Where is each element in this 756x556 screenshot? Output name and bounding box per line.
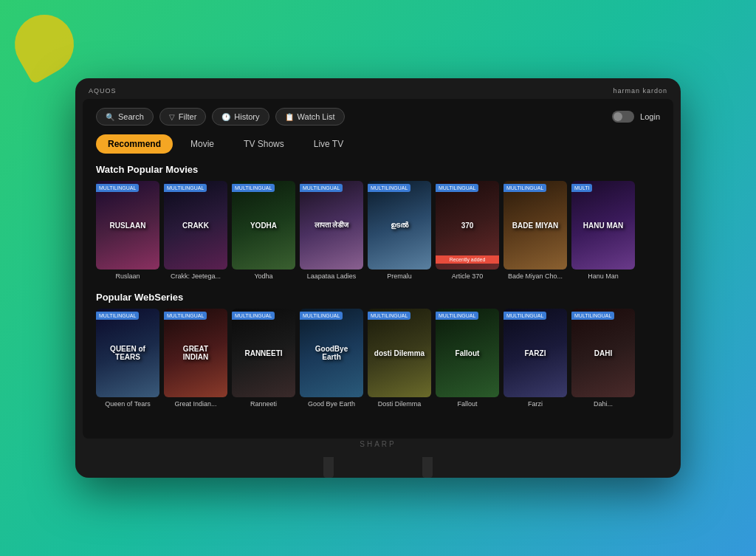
nav-bar: 🔍 Search ▽ Filter 🕐 History 📋 Watch List… bbox=[96, 108, 660, 126]
movie-poster: RUSLAAN MULTILINGUAL bbox=[96, 181, 159, 270]
movie-card[interactable]: YODHA MULTILINGUAL Yodha bbox=[232, 181, 295, 280]
movie-card[interactable]: 370 MULTILINGUAL Recently added Article … bbox=[436, 181, 499, 280]
tv-brand-sharp: SHARP bbox=[83, 439, 673, 453]
movie-title: Ruslaan bbox=[96, 272, 159, 280]
filter-button[interactable]: ▽ Filter bbox=[159, 108, 206, 126]
movie-title: Article 370 bbox=[436, 272, 499, 280]
movie-card[interactable]: BADE MIYAN MULTILINGUAL Bade Miyan Cho..… bbox=[504, 181, 567, 280]
series-multilingual-badge: MULTILINGUAL bbox=[436, 312, 478, 320]
history-button[interactable]: 🕐 History bbox=[212, 108, 269, 126]
tab-livetv[interactable]: Live TV bbox=[302, 134, 355, 154]
popular-webseries-row: QUEEN of TEARS MULTILINGUAL Queen of Tea… bbox=[96, 309, 660, 408]
movie-title: Premalu bbox=[368, 272, 431, 280]
movie-card[interactable]: RUSLAAN MULTILINGUAL Ruslaan bbox=[96, 181, 159, 280]
series-card[interactable]: QUEEN of TEARS MULTILINGUAL Queen of Tea… bbox=[96, 309, 159, 408]
movie-poster: 370 MULTILINGUAL Recently added bbox=[436, 181, 499, 270]
tv-brand-bar: AQUOS harman kardon bbox=[83, 86, 673, 96]
series-poster: DAHI MULTILINGUAL bbox=[571, 309, 635, 397]
stand-leg-left bbox=[323, 457, 334, 478]
series-card[interactable]: dosti Dilemma MULTILINGUAL Dosti Dilemma bbox=[368, 309, 431, 408]
movie-poster: लापता लेडीज MULTILINGUAL bbox=[300, 181, 363, 270]
series-title: Good Bye Earth bbox=[300, 400, 363, 408]
tv-screen: 🔍 Search ▽ Filter 🕐 History 📋 Watch List… bbox=[83, 99, 673, 439]
toggle-switch[interactable] bbox=[612, 111, 634, 123]
login-area: Login bbox=[612, 111, 660, 123]
search-button[interactable]: 🔍 Search bbox=[96, 108, 154, 126]
movie-card[interactable]: ഉടൽ MULTILINGUAL Premalu bbox=[368, 181, 431, 280]
movie-poster: BADE MIYAN MULTILINGUAL bbox=[504, 181, 567, 270]
multilingual-badge: MULTILINGUAL bbox=[232, 184, 275, 192]
series-title: Farzi bbox=[504, 400, 567, 408]
series-title: Ranneeti bbox=[232, 400, 295, 408]
series-poster: GREAT INDIAN MULTILINGUAL bbox=[164, 309, 227, 397]
watchlist-icon: 📋 bbox=[285, 113, 294, 121]
login-button[interactable]: Login bbox=[640, 112, 660, 121]
tv-brand-aquos: AQUOS bbox=[89, 87, 117, 95]
history-icon: 🕐 bbox=[221, 113, 230, 121]
series-card[interactable]: Fallout MULTILINGUAL Fallout bbox=[436, 309, 499, 408]
series-title: Great Indian... bbox=[164, 400, 227, 408]
bg-decoration bbox=[4, 4, 84, 84]
filter-icon: ▽ bbox=[169, 113, 175, 121]
series-poster: dosti Dilemma MULTILINGUAL bbox=[368, 309, 431, 397]
movie-poster: CRAKK MULTILINGUAL bbox=[164, 181, 227, 270]
poster-text: लापता लेडीज bbox=[300, 181, 363, 270]
movie-title: Bade Miyan Cho... bbox=[504, 272, 567, 280]
category-tabs: Recommend Movie TV Shows Live TV bbox=[96, 134, 660, 154]
tv-brand-harman: harman kardon bbox=[613, 87, 667, 95]
series-multilingual-badge: MULTILINGUAL bbox=[571, 312, 614, 320]
popular-movies-row: RUSLAAN MULTILINGUAL Ruslaan CRAKK MULTI… bbox=[96, 181, 660, 280]
series-poster-text: DAHI bbox=[571, 309, 635, 397]
poster-text: CRAKK bbox=[164, 181, 227, 270]
multilingual-badge: MULTILINGUAL bbox=[504, 184, 546, 192]
movie-card[interactable]: लापता लेडीज MULTILINGUAL Laapataa Ladies bbox=[300, 181, 363, 280]
movie-card[interactable]: CRAKK MULTILINGUAL Crakk: Jeetega... bbox=[164, 181, 227, 280]
series-title: Dahi... bbox=[571, 400, 635, 408]
series-poster-text: Fallout bbox=[436, 309, 499, 397]
series-multilingual-badge: MULTILINGUAL bbox=[300, 312, 343, 320]
poster-text: YODHA bbox=[232, 181, 295, 270]
movie-card[interactable]: HANU MAN MULTI Hanu Man bbox=[571, 181, 635, 280]
series-title: Fallout bbox=[436, 400, 499, 408]
series-poster-text: GoodBye Earth bbox=[300, 309, 363, 397]
stand-leg-right bbox=[422, 457, 433, 478]
watchlist-button[interactable]: 📋 Watch List bbox=[275, 108, 345, 126]
tab-movie[interactable]: Movie bbox=[179, 134, 226, 154]
series-card[interactable]: FARZI MULTILINGUAL Farzi bbox=[504, 309, 567, 408]
series-card[interactable]: GREAT INDIAN MULTILINGUAL Great Indian..… bbox=[164, 309, 227, 408]
tab-tvshows[interactable]: TV Shows bbox=[232, 134, 296, 154]
movie-title: Laapataa Ladies bbox=[300, 272, 363, 280]
series-poster-text: QUEEN of TEARS bbox=[96, 309, 159, 397]
multilingual-badge: MULTILINGUAL bbox=[300, 184, 343, 192]
tv-stand bbox=[83, 456, 673, 478]
series-title: Dosti Dilemma bbox=[368, 400, 431, 408]
popular-movies-title: Watch Popular Movies bbox=[96, 164, 660, 175]
recently-added-badge: Recently added bbox=[436, 255, 499, 264]
series-poster: Fallout MULTILINGUAL bbox=[436, 309, 499, 397]
movie-title: Hanu Man bbox=[571, 272, 635, 280]
series-poster-text: GREAT INDIAN bbox=[164, 309, 227, 397]
series-multilingual-badge: MULTILINGUAL bbox=[164, 312, 207, 320]
series-card[interactable]: RANNEETI MULTILINGUAL Ranneeti bbox=[232, 309, 295, 408]
tab-recommend[interactable]: Recommend bbox=[96, 134, 173, 154]
movie-title: Crakk: Jeetega... bbox=[164, 272, 227, 280]
series-poster-text: dosti Dilemma bbox=[368, 309, 431, 397]
multilingual-badge: MULTILINGUAL bbox=[436, 184, 478, 192]
series-poster: QUEEN of TEARS MULTILINGUAL bbox=[96, 309, 159, 397]
poster-text: BADE MIYAN bbox=[504, 181, 567, 270]
search-icon: 🔍 bbox=[106, 113, 114, 121]
movie-title: Yodha bbox=[232, 272, 295, 280]
movie-poster: ഉടൽ MULTILINGUAL bbox=[368, 181, 431, 270]
series-multilingual-badge: MULTILINGUAL bbox=[96, 312, 139, 320]
poster-text: HANU MAN bbox=[571, 181, 635, 270]
tv-frame: AQUOS harman kardon 🔍 Search ▽ Filter 🕐 … bbox=[75, 78, 681, 478]
poster-text: RUSLAAN bbox=[96, 181, 159, 270]
movie-poster: HANU MAN MULTI bbox=[571, 181, 635, 270]
series-poster-text: FARZI bbox=[504, 309, 567, 397]
series-multilingual-badge: MULTILINGUAL bbox=[504, 312, 546, 320]
series-card[interactable]: DAHI MULTILINGUAL Dahi... bbox=[571, 309, 635, 408]
series-multilingual-badge: MULTILINGUAL bbox=[368, 312, 410, 320]
series-card[interactable]: GoodBye Earth MULTILINGUAL Good Bye Eart… bbox=[300, 309, 363, 408]
multilingual-badge: MULTILINGUAL bbox=[164, 184, 207, 192]
series-title: Queen of Tears bbox=[96, 400, 159, 408]
